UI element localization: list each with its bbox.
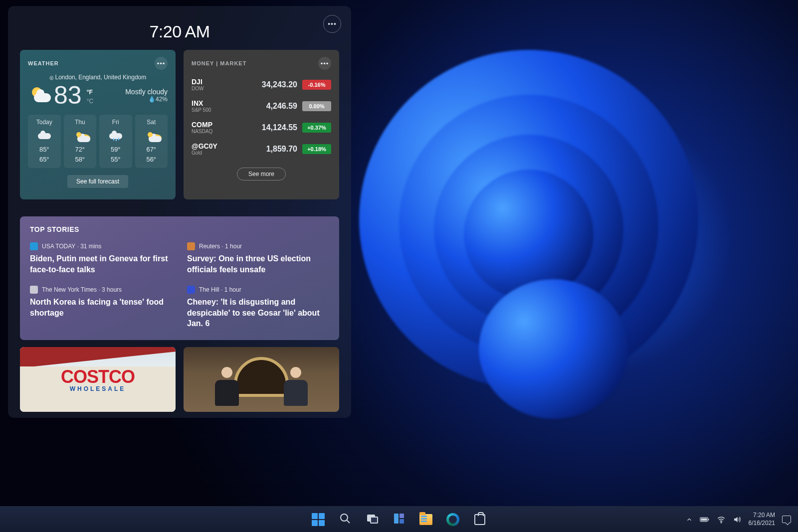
edge-icon	[446, 513, 459, 526]
widgets-more-button[interactable]: •••	[323, 15, 341, 33]
story-source-icon	[187, 286, 195, 294]
story-source-icon	[30, 242, 38, 250]
market-subname: NASDAQ	[192, 129, 235, 134]
weather-humidity: 💧42%	[125, 96, 168, 103]
costco-sub-text: WHOLESALE	[61, 385, 135, 392]
story-headline: Survey: One in three US election officia…	[187, 253, 329, 275]
notifications-button[interactable]	[782, 516, 791, 523]
market-subname: DOW	[192, 86, 235, 91]
widgets-clock: 7:20 AM	[149, 22, 209, 41]
weather-current-icon	[28, 84, 50, 106]
market-subname: S&P 500	[192, 107, 235, 113]
svg-rect-9	[708, 519, 709, 520]
widgets-header: 7:20 AM •••	[20, 13, 339, 50]
forecast-day[interactable]: Fri 59° 55°	[99, 115, 132, 168]
folder-icon	[419, 514, 432, 525]
market-row[interactable]: @GC0YGold 1,859.70 +0.18%	[192, 138, 331, 160]
forecast-weather-icon	[149, 134, 162, 142]
news-image-tile-costco[interactable]: COSTCO WHOLESALE	[20, 347, 176, 412]
forecast-weather-icon	[109, 131, 122, 139]
weather-title: WEATHER	[28, 60, 59, 66]
svg-point-0	[341, 514, 348, 521]
volume-icon	[733, 515, 742, 524]
task-view-icon	[366, 513, 378, 527]
top-stories-widget[interactable]: TOP STORIES USA TODAY · 31 mins Biden, P…	[20, 216, 339, 340]
story-source: USA TODAY · 31 mins	[42, 243, 101, 250]
market-symbol: INX	[192, 99, 235, 107]
market-price: 4,246.59	[235, 102, 302, 111]
story-item[interactable]: USA TODAY · 31 mins Biden, Putin meet in…	[30, 242, 172, 275]
story-source-icon	[187, 242, 195, 250]
money-more-button[interactable]: •••	[318, 57, 331, 70]
svg-rect-8	[701, 518, 707, 521]
tray-overflow-button[interactable]	[686, 516, 693, 523]
volume-button[interactable]	[733, 515, 742, 524]
top-stories-title: TOP STORIES	[30, 225, 329, 233]
story-source-icon	[30, 286, 38, 294]
weather-location: London, England, United Kingdom	[49, 74, 147, 81]
forecast-day[interactable]: Sat 67° 56°	[135, 115, 168, 168]
forecast-low: 55°	[101, 155, 130, 165]
forecast-low: 65°	[30, 155, 59, 165]
forecast-high: 59°	[101, 145, 130, 155]
forecast-day[interactable]: Today 85° 65°	[28, 115, 61, 168]
forecast-day-name: Fri	[101, 119, 130, 126]
store-icon	[474, 514, 485, 525]
market-change: +0.37%	[302, 123, 331, 133]
market-change: +0.18%	[302, 144, 331, 154]
story-item[interactable]: Reuters · 1 hour Survey: One in three US…	[187, 242, 329, 275]
market-row[interactable]: COMPNASDAQ 14,124.55 +0.37%	[192, 117, 331, 138]
market-change: 0.00%	[302, 101, 331, 111]
taskbar-date: 6/16/2021	[749, 520, 775, 528]
taskbar-search-button[interactable]	[335, 509, 356, 530]
widgets-button[interactable]	[389, 509, 409, 530]
chevron-up-icon	[686, 516, 693, 523]
see-full-forecast-button[interactable]: See full forecast	[67, 175, 128, 188]
story-headline: North Korea is facing a 'tense' food sho…	[30, 297, 172, 318]
story-source: The New York Times · 3 hours	[42, 286, 122, 293]
forecast-high: 72°	[66, 145, 95, 155]
start-button[interactable]	[308, 509, 329, 530]
microsoft-store-button[interactable]	[469, 509, 490, 530]
forecast-weather-icon	[77, 134, 90, 142]
story-item[interactable]: The Hill · 1 hour Cheney: 'It is disgust…	[187, 286, 329, 329]
story-headline: Biden, Putin meet in Geneva for first fa…	[30, 253, 172, 275]
market-row[interactable]: INXS&P 500 4,246.59 0.00%	[192, 95, 331, 117]
svg-rect-3	[371, 517, 378, 523]
weather-widget[interactable]: WEATHER ••• London, England, United King…	[20, 50, 176, 199]
weather-unit-toggle[interactable]: °F °C	[87, 89, 93, 105]
forecast-day-name: Today	[30, 119, 59, 126]
task-view-button[interactable]	[362, 509, 383, 530]
news-image-tile-meeting[interactable]	[184, 347, 339, 412]
market-row[interactable]: DJIDOW 34,243.20 -0.16%	[192, 74, 331, 95]
forecast-high: 67°	[137, 145, 166, 155]
forecast-day[interactable]: Thu 72° 58°	[64, 115, 97, 168]
forecast-weather-icon	[38, 131, 51, 139]
story-source: The Hill · 1 hour	[199, 286, 241, 293]
market-price: 14,124.55	[235, 123, 302, 132]
money-widget[interactable]: MONEY | MARKET ••• DJIDOW 34,243.20 -0.1…	[184, 50, 339, 199]
battery-button[interactable]	[700, 516, 710, 523]
desktop-wallpaper-bloom	[299, 30, 748, 429]
forecast-day-name: Thu	[66, 119, 95, 126]
svg-line-1	[347, 520, 350, 523]
money-see-more-button[interactable]: See more	[237, 168, 286, 180]
market-symbol: DJI	[192, 78, 235, 86]
wifi-button[interactable]	[717, 515, 726, 524]
edge-button[interactable]	[442, 509, 463, 530]
taskbar-clock[interactable]: 7:20 AM 6/16/2021	[749, 512, 775, 527]
market-symbol: @GC0Y	[192, 142, 235, 150]
weather-more-button[interactable]: •••	[155, 57, 168, 70]
weather-condition: Mostly cloudy	[125, 88, 168, 96]
story-headline: Cheney: 'It is disgusting and despicable…	[187, 297, 329, 329]
svg-point-10	[721, 522, 722, 523]
wifi-icon	[717, 515, 726, 524]
svg-rect-6	[399, 519, 404, 524]
costco-logo-text: COSTCO	[61, 366, 135, 387]
forecast-high: 85°	[30, 145, 59, 155]
forecast-low: 56°	[137, 155, 166, 165]
widgets-icon	[393, 513, 405, 527]
search-icon	[339, 513, 351, 527]
file-explorer-button[interactable]	[415, 509, 436, 530]
story-item[interactable]: The New York Times · 3 hours North Korea…	[30, 286, 172, 329]
